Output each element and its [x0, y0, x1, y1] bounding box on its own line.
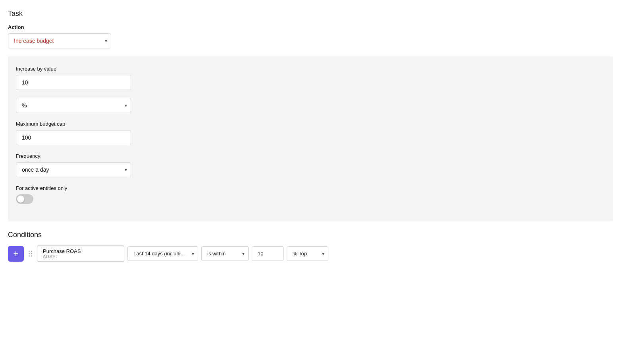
- condition-metric-name: Purchase ROAS: [43, 248, 118, 254]
- action-label: Action: [8, 24, 613, 30]
- frequency-label: Frequency:: [16, 153, 605, 159]
- unit-select-wrapper: %$fixed ▾: [16, 98, 131, 113]
- action-select-wrapper: Increase budgetDecrease budgetPauseEnabl…: [8, 33, 111, 48]
- toggle-thumb: [17, 195, 24, 203]
- max-budget-cap-input[interactable]: [16, 130, 131, 145]
- drag-dot: [29, 251, 30, 252]
- conditions-title: Conditions: [8, 231, 613, 239]
- task-settings-section: Increase by value %$fixed ▾ Maximum budg…: [8, 56, 613, 221]
- condition-row: + Purchase ROAS ADSET Last 14 days (incl…: [8, 245, 613, 262]
- condition-value-input[interactable]: [252, 246, 284, 261]
- page-title: Task: [8, 10, 613, 18]
- unit-select[interactable]: %$fixed: [16, 98, 131, 113]
- active-entities-group: For active entities only: [16, 185, 605, 204]
- unit-select-group: %$fixed ▾: [16, 98, 605, 113]
- operator-select-wrapper: is withinis not withingreater thanless t…: [201, 246, 249, 261]
- drag-dot: [29, 253, 30, 254]
- active-entities-toggle[interactable]: [16, 194, 33, 204]
- time-window-select[interactable]: Last 14 days (includi...Last 7 daysLast …: [127, 246, 198, 261]
- max-budget-cap-label: Maximum budget cap: [16, 121, 605, 127]
- drag-dot: [31, 253, 32, 254]
- action-section: Action Increase budgetDecrease budgetPau…: [8, 24, 613, 48]
- condition-metric-box: Purchase ROAS ADSET: [37, 245, 124, 262]
- frequency-select-wrapper: once a daytwice a dayonce a week ▾: [16, 162, 131, 177]
- drag-dot: [31, 255, 32, 257]
- increase-by-value-label: Increase by value: [16, 66, 605, 72]
- drag-dot: [31, 251, 32, 252]
- action-select[interactable]: Increase budgetDecrease budgetPauseEnabl…: [8, 33, 111, 48]
- drag-dot: [29, 255, 30, 257]
- time-window-select-wrapper: Last 14 days (includi...Last 7 daysLast …: [127, 246, 198, 261]
- condition-unit-select[interactable]: % Top% Bottom$%: [287, 246, 328, 261]
- active-entities-label: For active entities only: [16, 185, 605, 191]
- frequency-group: Frequency: once a daytwice a dayonce a w…: [16, 153, 605, 177]
- add-condition-button[interactable]: +: [8, 246, 24, 262]
- frequency-select[interactable]: once a daytwice a dayonce a week: [16, 162, 131, 177]
- active-entities-toggle-wrapper: [16, 194, 605, 204]
- condition-metric-sub: ADSET: [43, 254, 118, 259]
- max-budget-cap-group: Maximum budget cap: [16, 121, 605, 145]
- conditions-section: Conditions + Purchase ROAS ADSET Last 14…: [8, 231, 613, 262]
- drag-handle[interactable]: [27, 249, 34, 258]
- increase-by-value-group: Increase by value: [16, 66, 605, 90]
- condition-unit-select-wrapper: % Top% Bottom$% ▾: [287, 246, 328, 261]
- increase-by-value-input[interactable]: [16, 75, 131, 90]
- operator-select[interactable]: is withinis not withingreater thanless t…: [201, 246, 249, 261]
